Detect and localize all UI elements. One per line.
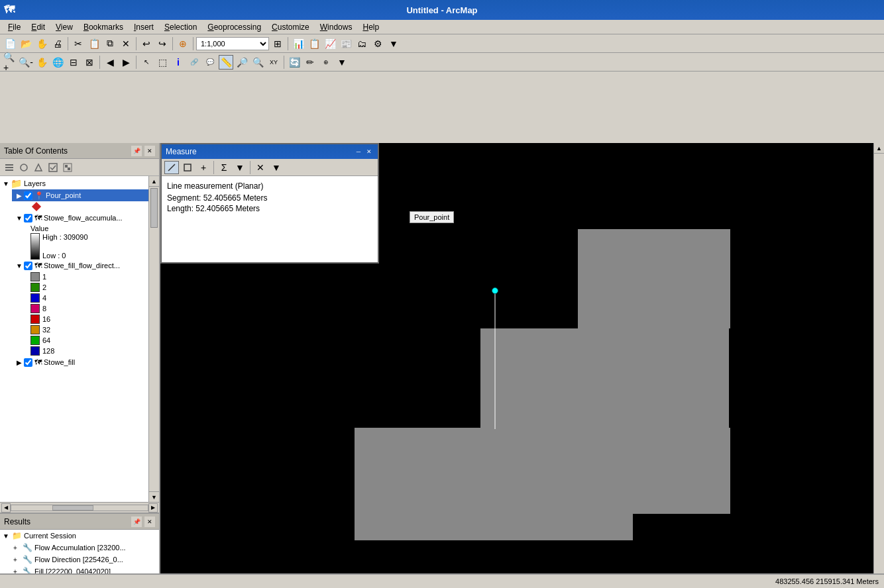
measure-button[interactable]: 📏 [219,55,233,70]
menu-view[interactable]: View [50,21,78,33]
session-expand[interactable]: ▼ [3,532,12,540]
chart-button[interactable]: 📈 [323,36,337,51]
measure-line-button[interactable] [164,161,179,174]
scale-selector[interactable]: 1:1,000 1:5,000 1:10,000 [196,37,269,50]
copy2-button[interactable]: ⧉ [103,36,117,51]
menu-insert[interactable]: Insert [129,21,159,33]
flow-accum-row[interactable]: ▼ 🗺 Stowe_flow_accumula... [12,212,159,224]
point-button[interactable]: ⊕ [319,55,333,70]
extent-button[interactable]: ⊠ [82,55,97,70]
measure-clear-button[interactable]: ✕ [253,161,268,174]
dropmenu-button[interactable]: ▼ [335,55,349,70]
map-vscroll[interactable]: ▲ ▼ [873,143,884,588]
scroll-up-arrow[interactable]: ▲ [149,176,159,187]
layers-expand[interactable]: ▼ [1,179,11,188]
hyperlink-button[interactable]: 🔗 [187,55,201,70]
flow-dir-expand[interactable]: ▼ [15,261,24,270]
cut-button[interactable]: ✂ [71,36,85,51]
info-button[interactable]: i [171,55,186,70]
toc-close-button[interactable]: ✕ [144,146,155,156]
flow-dir-result-row[interactable]: + 🔧 Flow Direction [225426_0... [0,554,159,565]
pour-point-checkbox[interactable] [24,191,32,200]
tools-button[interactable]: ⚙ [370,36,385,51]
measure-feature-button[interactable]: + [196,161,211,174]
redo-button[interactable]: ↪ [155,36,170,51]
toc-hscroll[interactable]: ◀ ▶ [0,502,159,513]
measure-minimize-button[interactable]: ─ [354,147,363,156]
scroll-left-arrow[interactable]: ◀ [1,503,11,513]
toc-list-view-button[interactable] [3,161,16,174]
full-extent-button[interactable]: ⊟ [66,55,81,70]
flow-accum-checkbox[interactable] [24,214,32,222]
back-button[interactable]: ◀ [103,55,117,70]
measure-area-button[interactable] [180,161,195,174]
toc-options-button[interactable] [61,161,74,174]
undo-button[interactable]: ↩ [139,36,154,51]
toc-vscroll[interactable]: ▲ ▼ [148,176,159,502]
menu-selection[interactable]: Selection [159,21,202,33]
copy-button[interactable]: 📋 [87,36,101,51]
attr-button[interactable]: 📋 [307,36,321,51]
find-button[interactable]: 🔍 [250,55,265,70]
forward-button[interactable]: ▶ [119,55,133,70]
measure-close-button[interactable]: ✕ [364,147,374,156]
identify-button[interactable]: 💬 [203,55,217,70]
zoom-in-button[interactable]: 🔍+ [3,55,17,70]
toc-source-view-button[interactable] [17,161,30,174]
scroll-right-arrow[interactable]: ▶ [148,503,158,513]
delete-button[interactable]: ✕ [119,36,133,51]
xy-button[interactable]: XY [266,55,281,70]
more-button[interactable]: ▼ [386,36,401,51]
zoom-out-button[interactable]: 🔍- [19,55,33,70]
flow-accum-icon: 🗺 [34,214,42,222]
select-elements-button[interactable]: ↖ [139,55,154,70]
globe-button[interactable]: 🌐 [50,55,65,70]
magnifier-button[interactable]: 🔎 [235,55,249,70]
zoom-fit-button[interactable]: ⊞ [270,36,285,51]
menu-file[interactable]: File [3,21,26,33]
measure-sum-dropdown[interactable]: ▼ [233,161,247,174]
map-canvas[interactable]: Measure ─ ✕ + Σ ▼ [160,143,884,588]
toc-visibility-button[interactable] [32,161,45,174]
flow-accum-result-row[interactable]: + 🔧 Flow Accumulation [23200... [0,542,159,554]
editor2-button[interactable]: ✏ [303,55,317,70]
menu-customize[interactable]: Customize [266,21,315,33]
flow-dir-row[interactable]: ▼ 🗺 Stowe_fill_flow_direct... [12,260,159,271]
pour-point-row[interactable]: ▶ 📍 Pour_point [12,189,159,201]
scroll-thumb[interactable] [150,188,158,228]
select-button[interactable]: ⬚ [155,55,170,70]
menu-windows[interactable]: Windows [315,21,358,33]
refresh-button[interactable]: 🔄 [287,55,302,70]
toc-selection-button[interactable] [46,161,60,174]
menu-geoprocessing[interactable]: Geoprocessing [202,21,266,33]
layout-button[interactable]: 📰 [339,36,353,51]
flow-dir-checkbox[interactable] [24,262,32,270]
stowe-fill-row[interactable]: ▶ 🗺 Stowe_fill [12,356,159,368]
flow-accum-expand[interactable]: ▼ [15,213,24,222]
print-button[interactable]: 🖨 [50,36,65,51]
pour-point-expand[interactable]: ▶ [15,191,24,200]
menu-edit[interactable]: Edit [26,21,50,33]
current-session-row[interactable]: ▼ 📁 Current Session [0,530,159,542]
add-data-button[interactable]: ⊕ [176,36,190,51]
stowe-fill-expand[interactable]: ▶ [15,358,24,367]
toc-pin-button[interactable]: 📌 [131,146,142,156]
scroll-thumb-h[interactable] [52,505,93,511]
flow-accum-result-expand[interactable]: + [13,544,23,552]
editor-button[interactable]: 📊 [291,36,305,51]
data-view-button[interactable]: 🗂 [355,36,369,51]
measure-sum-button[interactable]: Σ [217,161,231,174]
open-button[interactable]: 📂 [19,36,33,51]
pan-button[interactable]: ✋ [34,36,49,51]
menu-help[interactable]: Help [357,21,384,33]
pan-tool-button[interactable]: ✋ [34,55,49,70]
map-scroll-up[interactable]: ▲ [874,143,884,154]
results-pin-button[interactable]: 📌 [131,516,142,527]
results-close-button[interactable]: ✕ [144,516,155,527]
new-button[interactable]: 📄 [3,36,17,51]
menu-bookmarks[interactable]: Bookmarks [78,21,129,33]
scroll-down-arrow[interactable]: ▼ [149,491,159,502]
flow-dir-result-expand[interactable]: + [13,556,23,564]
stowe-fill-checkbox[interactable] [24,358,32,367]
measure-clear-dropdown[interactable]: ▼ [269,161,284,174]
